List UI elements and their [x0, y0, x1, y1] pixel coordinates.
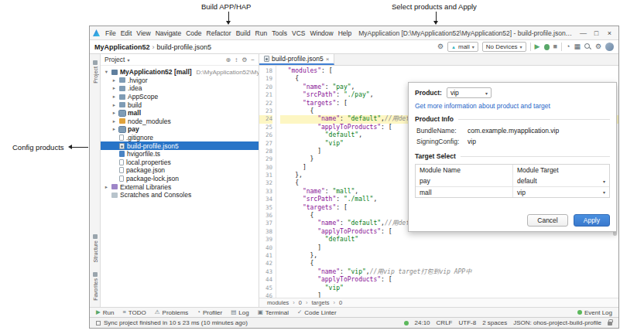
tool-window-terminal[interactable]: ▣Terminal: [258, 309, 289, 316]
chevron-right-icon[interactable]: ▸: [111, 102, 117, 108]
tree-item-mall[interactable]: ▸mall: [101, 109, 259, 118]
tree-item-myapplication52-mall[interactable]: ▾MyApplication52 [mall]D:\MyApplication5…: [101, 68, 259, 77]
settings-icon[interactable]: ⚙: [595, 43, 601, 50]
menu-run[interactable]: Run: [253, 29, 270, 37]
expand-icon[interactable]: ⊕: [225, 56, 231, 63]
menu-help[interactable]: Help: [336, 29, 354, 37]
menu-file[interactable]: File: [103, 29, 118, 37]
menu-navigate[interactable]: Navigate: [153, 29, 184, 37]
lock-icon[interactable]: [608, 322, 612, 325]
tree-item-local-properties[interactable]: local.properties: [101, 158, 259, 167]
tool-window-code-linter[interactable]: ✓Code Linter: [297, 309, 337, 316]
gear-icon[interactable]: ⚙: [242, 56, 247, 63]
ts-file-icon: [119, 151, 125, 157]
indent-setting[interactable]: 2 spaces: [482, 319, 507, 326]
encoding[interactable]: UTF-8: [458, 319, 476, 326]
chevron-down-icon[interactable]: ▾: [127, 57, 129, 63]
tool-window-run[interactable]: ▶Run: [96, 309, 114, 316]
module-selector[interactable]: ▲ mall ▾: [447, 42, 478, 52]
menu-build[interactable]: Build: [234, 29, 253, 37]
structure-grid-icon[interactable]: ▦: [574, 43, 581, 50]
module-target-select[interactable]: vip▾: [512, 187, 609, 197]
tree-item-package-lock-json[interactable]: package-lock.json: [101, 175, 259, 183]
breadcrumb-item[interactable]: 0: [299, 299, 302, 306]
close-icon[interactable]: ×: [326, 56, 330, 63]
chevron-right-icon[interactable]: ▸: [111, 85, 117, 91]
chevron-right-icon[interactable]: ▸: [111, 110, 117, 116]
collapse-icon[interactable]: ↕: [235, 56, 238, 63]
tool-strip-favorites[interactable]: Favorites: [90, 272, 101, 301]
run-icon[interactable]: ▶: [535, 43, 540, 50]
tool-strip-structure[interactable]: Structure: [90, 234, 101, 262]
menu-edit[interactable]: Edit: [118, 29, 135, 37]
cancel-button[interactable]: Cancel: [527, 214, 567, 227]
tree-item-label: node_modules: [128, 118, 171, 125]
tree-item-pay[interactable]: ▸pay: [101, 125, 259, 134]
project-folder-icon: [111, 70, 118, 75]
minimize-button[interactable]: —: [577, 29, 589, 37]
arrow-down-icon: [433, 21, 438, 25]
product-select[interactable]: vip ▾: [447, 87, 492, 98]
breadcrumb-item[interactable]: modules: [267, 299, 289, 306]
tree-item-scratches-and-consoles[interactable]: Scratches and Consoles: [101, 191, 259, 199]
breadcrumb-item[interactable]: 0: [339, 299, 342, 306]
tab-build-profile[interactable]: build-profile.json5 ×: [259, 54, 334, 65]
chevron-right-icon[interactable]: ▸: [111, 118, 117, 124]
menu-view[interactable]: View: [134, 29, 152, 37]
hide-panel-icon[interactable]: −: [251, 56, 255, 63]
menu-code[interactable]: Code: [183, 29, 204, 37]
close-button[interactable]: ×: [604, 29, 615, 37]
menu-tools[interactable]: Tools: [269, 29, 289, 37]
product-settings-icon[interactable]: ⚙: [437, 43, 444, 50]
editor-tab-bar: build-profile.json5 ×: [259, 54, 618, 66]
tool-window-todo[interactable]: ≡TODO: [122, 309, 146, 316]
breadcrumb-file[interactable]: build-profile.json5: [157, 43, 212, 51]
status-icon[interactable]: [96, 321, 101, 325]
tree-item-hvigor[interactable]: ▸.hvigor: [101, 77, 259, 85]
event-log-button[interactable]: Event Log: [577, 309, 612, 316]
tool-window-problems[interactable]: ⚠Problems: [155, 309, 189, 316]
tree-item-label: mall: [128, 109, 141, 117]
profiler-icon[interactable]: ◔: [566, 43, 570, 50]
stop-icon[interactable]: ■: [553, 43, 557, 50]
tree-item-package-json[interactable]: package.json: [101, 166, 259, 175]
chevron-right-icon[interactable]: ▸: [111, 94, 117, 100]
chevron-down-icon[interactable]: ▾: [603, 179, 605, 184]
chevron-down-icon[interactable]: ▾: [104, 69, 109, 75]
tree-item-external-libraries[interactable]: ▸External Libraries: [101, 182, 259, 191]
avatar[interactable]: [605, 43, 614, 51]
tree-item-idea[interactable]: ▸.idea: [101, 84, 259, 93]
chevron-right-icon[interactable]: ▸: [111, 77, 117, 84]
tree-item-node-modules[interactable]: ▸node_modules: [101, 118, 259, 126]
device-selector[interactable]: No Devices ▾: [482, 42, 526, 52]
chevron-right-icon[interactable]: ▸: [111, 126, 117, 132]
tree-item-build-profile-json5[interactable]: build-profile.json5: [101, 141, 259, 150]
debug-icon[interactable]: [544, 44, 550, 50]
file-type[interactable]: JSON: ohos-project-build-profile: [513, 319, 601, 326]
breadcrumb-item[interactable]: targets: [312, 299, 330, 306]
maximize-button[interactable]: □: [591, 29, 602, 37]
cursor-position[interactable]: 24:10: [415, 319, 430, 326]
menu-refactor[interactable]: Refactor: [204, 29, 234, 37]
tree-item-hvigorfile-ts[interactable]: hvigorfile.ts: [101, 150, 259, 158]
popup-buttons: Cancel Apply: [415, 211, 610, 227]
line-ending[interactable]: CRLF: [437, 319, 453, 326]
chevron-down-icon[interactable]: ▾: [603, 189, 605, 195]
tree-item-appscope[interactable]: ▸AppScope: [101, 93, 259, 101]
deveco-logo-icon: [93, 29, 100, 36]
tree-item-build[interactable]: ▸build: [101, 101, 259, 109]
breadcrumb-project[interactable]: MyApplication52: [94, 43, 150, 51]
menu-vcs[interactable]: VCS: [289, 29, 307, 37]
project-panel-title[interactable]: Project: [104, 56, 125, 63]
tool-strip-project[interactable]: Project: [90, 60, 101, 84]
menu-window[interactable]: Window: [307, 29, 335, 37]
chevron-right-icon[interactable]: ▸: [104, 184, 109, 190]
search-icon[interactable]: [584, 43, 591, 50]
tool-window-log[interactable]: ▤Log: [231, 309, 248, 316]
crumb-separator: ›: [306, 299, 308, 306]
module-target-select[interactable]: default▾: [512, 176, 609, 186]
info-link[interactable]: Get more information about product and t…: [415, 102, 610, 110]
tool-window-profiler[interactable]: ◔Profiler: [197, 309, 222, 316]
apply-button[interactable]: Apply: [574, 214, 610, 227]
tree-item-gitignore[interactable]: .gitignore: [101, 134, 259, 142]
